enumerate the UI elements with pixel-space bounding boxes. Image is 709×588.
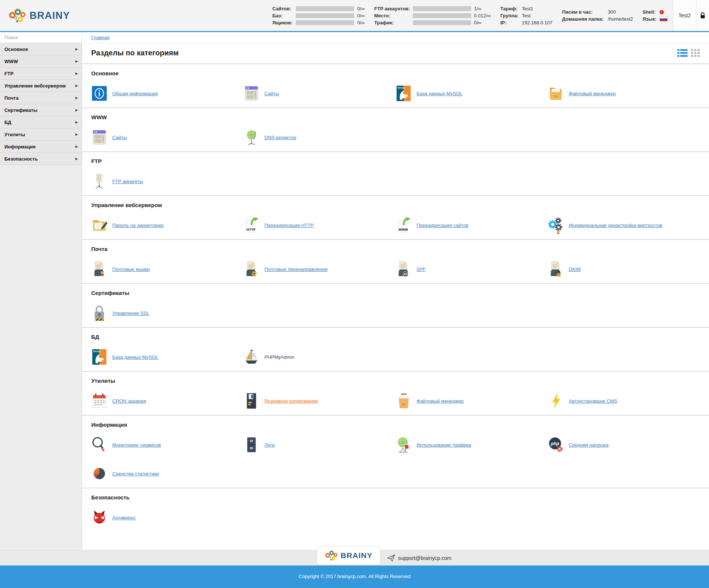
chevron-right-icon: ▶ [75,96,78,100]
section-bezopasnost: Безопасность Антивирус [82,488,709,532]
category-link[interactable]: DNS редактор [264,135,296,140]
category-link[interactable]: Управление SSL [112,310,149,316]
quota-column-2: FTP аккаунтов:1/∞ Место:0.012/∞ Трафик:0… [374,6,491,25]
progress-bar [296,13,354,18]
quota-column-1: Сайтов:0/∞ Баз:0/∞ Ящиков:0/∞ [272,6,364,25]
category-card: Почтовые перенаправления [243,259,395,279]
category-link[interactable]: Индивидуальная донастройка виртхостов [569,223,662,228]
category-link[interactable]: База данных MySQL [417,91,462,96]
shell-status-red-dot-icon [660,10,664,14]
gears-icon [548,216,564,234]
header-logo[interactable]: BRAINY [8,7,70,24]
category-link[interactable]: DKIM [569,267,581,272]
breadcrumb-home-link[interactable]: Главная [91,35,109,40]
chevron-right-icon: ▶ [75,84,78,87]
stat-value: 0.012/∞ [474,13,491,18]
category-link[interactable]: Сайты [264,91,279,96]
category-card: DNS редактор [243,128,395,147]
category-card: Индивидуальная донастройка виртхостов [548,216,700,235]
mysql-icon: MYSQL [91,348,107,366]
stat-value: 1/∞ [474,6,482,11]
category-link[interactable]: Резервное копирование [264,398,318,404]
category-card: Средства статистики [91,464,243,483]
footer-logo-card[interactable]: BRAINY [317,546,380,565]
support-link[interactable]: support@brainycp.com [387,554,451,562]
sidebar-item-webserver[interactable]: Управление вебсервером▶ [0,80,82,92]
account-info-column: Тариф:Test1 Группа:Test IP:192.168.0.107 [500,6,552,25]
category-link[interactable]: Средняя нагрузка [569,442,609,448]
sidebar-item-ftp[interactable]: FTP▶ [0,68,82,80]
category-card: MYSQL База данных MySQL [395,84,548,103]
category-link[interactable]: База данных MySQL [112,354,158,360]
category-card: Сайты [243,84,395,103]
sidebar-item-utility[interactable]: Утилиты▶ [0,128,82,141]
category-link[interactable]: CRON задания [112,398,146,404]
category-link[interactable]: Логи [264,442,275,448]
footer-logo-text: BRAINY [340,551,373,560]
category-card: Пароль на директорию [91,216,243,235]
section-webserver: Управление вебсервером Пароль на директо… [82,195,709,239]
category-card: Управление SSL [91,303,243,323]
copyright-text: Copyright © 2017 brainycp.com. All Right… [299,574,411,579]
category-card: DKIM [548,259,700,279]
section-utility: Утилиты CRON задания Резервное копирован… [82,371,709,415]
mail-person-icon [91,260,107,278]
user-menu-button[interactable]: Test2 [673,0,696,31]
stat-label: Домашняя папка: [562,16,608,22]
category-link[interactable]: Антивирус [112,515,136,520]
chevron-right-icon: ▶ [75,72,78,75]
sidebar-item-bezopasnost[interactable]: Безопасность▶ [0,153,82,165]
category-link[interactable]: SPF [417,267,426,272]
stat-label: Ящиков: [272,20,296,25]
category-link[interactable]: Файловый менеджер [417,398,464,404]
floppy-icon [243,392,260,410]
footer-copyright-bar: Copyright © 2017 brainycp.com. All Right… [0,565,709,588]
category-link[interactable]: Почтовые ящики [112,267,150,272]
category-link[interactable]: FTP аккаунты [112,179,143,184]
sidebar-item-pochta[interactable]: Почта▶ [0,92,82,104]
section-title: Утилиты [91,378,700,384]
sidebar-item-bd[interactable]: БД▶ [0,116,82,128]
sidebar-item-informaciya[interactable]: Информация▶ [0,141,82,153]
category-link[interactable]: Общая информация [112,91,158,96]
category-link[interactable]: Почтовые перенаправления [264,267,328,272]
progress-bar [296,6,354,11]
grid-view-toggle-icon[interactable] [691,49,700,57]
ftp-page-icon [91,172,107,190]
category-card: Файловый менеджер [548,84,700,103]
stat-label: Трафик: [374,20,413,25]
category-link[interactable]: Мониторинг сервисов [112,442,161,448]
svg-text:WWW: WWW [398,228,408,231]
logout-lock-button[interactable] [696,0,709,31]
sidebar-item-osnovnoe[interactable]: Основное▶ [0,43,82,55]
lightning-icon [548,392,564,410]
category-card: Антивирус [91,508,243,527]
category-link[interactable]: Сайты [112,135,127,140]
sailboat-icon [243,348,260,366]
section-pochta: Почта Почтовые ящики Почтовые перенаправ… [82,239,709,283]
group-value: Test [522,13,531,18]
category-link[interactable]: Файловый менеджер [569,91,616,96]
category-link[interactable]: Пароль на директорию [112,223,164,228]
section-bd: БД MYSQL База данных MySQL PHPMyAdmin [82,327,709,371]
section-title: FTP [91,158,700,164]
list-view-toggle-icon[interactable] [677,49,688,57]
category-link[interactable]: Переадресация HTTP [264,223,314,228]
sidebar-item-sertifikaty[interactable]: Сертификаты▶ [0,104,82,116]
category-link[interactable]: Переадресация сайтов [417,223,468,228]
category-link[interactable]: Средства статистики [112,471,159,477]
brainy-gears-logo-icon [325,549,339,562]
calendar-icon [91,392,107,410]
stat-value: 0/∞ [357,13,364,18]
svg-text:MYSQL: MYSQL [398,87,405,89]
category-card: FTP аккаунты [91,172,243,191]
category-link[interactable]: Использование трафика [417,442,471,448]
search-input[interactable] [0,32,82,43]
www-redirect-icon: WWW [395,216,412,234]
category-link[interactable]: Автоустановщик CMS [569,398,617,404]
category-label[interactable]: PHPMyAdmin [264,354,294,360]
pie-chart-icon [91,464,107,483]
russian-flag-icon[interactable] [660,17,668,21]
globe-flag-icon [395,436,412,454]
sidebar-item-www[interactable]: WWW▶ [0,55,82,68]
